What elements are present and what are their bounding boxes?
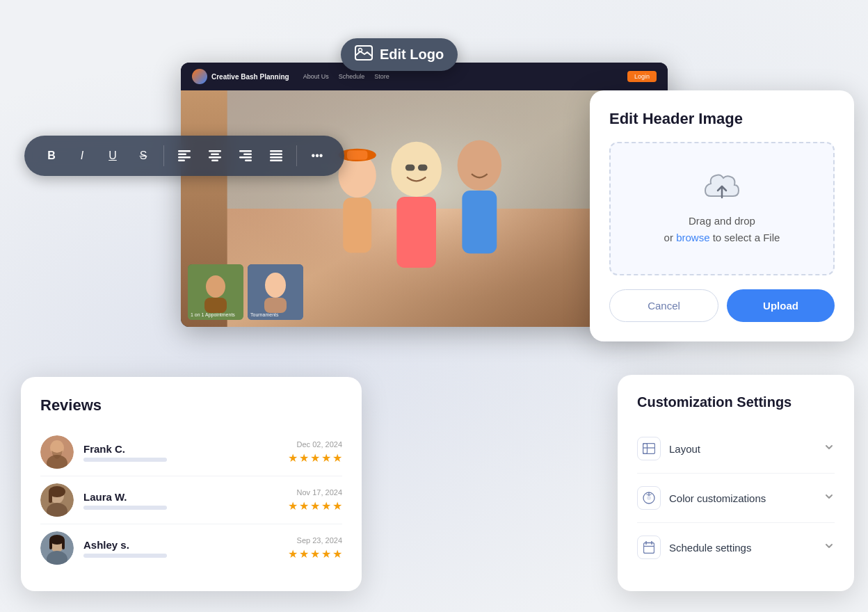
review-date: Dec 02, 2024 — [288, 440, 342, 449]
svg-rect-51 — [643, 444, 655, 454]
edit-header-modal: Edit Header Image Drag and drop or brows… — [590, 90, 854, 341]
svg-rect-44 — [49, 492, 52, 503]
svg-point-55 — [647, 496, 651, 500]
svg-point-5 — [458, 140, 501, 191]
svg-rect-36 — [270, 160, 282, 162]
review-right-ashley: Sep 23, 2024 ★ ★ ★ ★ ★ — [288, 536, 342, 561]
review-item-2: Laura W. Nov 17, 2024 ★ ★ ★ ★ ★ — [40, 476, 342, 524]
schedule-chevron — [823, 540, 835, 554]
svg-rect-50 — [62, 540, 65, 549]
svg-rect-4 — [396, 197, 436, 268]
svg-rect-6 — [462, 191, 497, 254]
star-2: ★ — [299, 451, 309, 465]
svg-point-14 — [206, 275, 225, 298]
svg-rect-9 — [405, 165, 415, 171]
svg-rect-52 — [643, 444, 648, 454]
review-date-3: Sep 23, 2024 — [288, 536, 342, 545]
review-date-2: Nov 17, 2024 — [288, 488, 342, 497]
nav-logo-icon — [192, 69, 207, 84]
avatar-frank — [40, 435, 74, 469]
reviewer-name-2: Laura W. — [83, 491, 278, 503]
layout-icon — [637, 437, 661, 460]
color-chevron — [823, 491, 835, 505]
nav-link-store: Store — [374, 73, 389, 80]
svg-rect-10 — [418, 165, 428, 171]
nav-link-schedule: Schedule — [339, 73, 365, 80]
nav-link-about: About Us — [303, 73, 329, 80]
svg-rect-34 — [270, 154, 282, 156]
svg-rect-35 — [270, 156, 282, 159]
italic-button[interactable]: I — [69, 143, 95, 169]
review-right-laura: Nov 17, 2024 ★ ★ ★ ★ ★ — [288, 488, 342, 513]
svg-rect-22 — [178, 154, 186, 156]
star-rating-2: ★ ★ ★ ★ ★ — [288, 499, 342, 513]
upload-drag-text: Drag and drop — [689, 215, 755, 227]
svg-rect-49 — [49, 540, 52, 549]
align-right-button[interactable] — [232, 143, 259, 169]
more-options-button[interactable]: ••• — [304, 143, 330, 169]
nav-login-button[interactable]: Login — [627, 71, 657, 82]
hero-thumbnails: 1 on 1 Appointments Tournaments — [188, 264, 303, 320]
reviews-title: Reviews — [40, 396, 342, 414]
text-formatting-toolbar: B I U S — [24, 136, 344, 176]
edit-logo-label: Edit Logo — [380, 47, 444, 63]
justify-button[interactable] — [263, 143, 289, 169]
svg-rect-29 — [239, 150, 252, 152]
nav-links: About Us Schedule Store — [303, 73, 613, 80]
modal-buttons: Cancel Upload — [609, 289, 835, 322]
settings-item-schedule[interactable]: Schedule settings — [637, 523, 835, 572]
toolbar-separator-2 — [296, 145, 297, 166]
edit-logo-tooltip[interactable]: Edit Logo — [341, 38, 458, 71]
upload-area[interactable]: Drag and drop or browse to select a File — [609, 142, 835, 275]
reviewer-bar-3 — [83, 554, 167, 558]
layout-label: Layout — [669, 443, 700, 455]
toolbar-separator-1 — [163, 145, 164, 166]
underline-button[interactable]: U — [99, 143, 126, 169]
svg-rect-32 — [245, 160, 252, 162]
svg-rect-23 — [178, 156, 191, 159]
reviews-panel: Reviews Frank C. Dec 02, 2024 ★ ★ ★ ★ ★ — [21, 377, 362, 591]
svg-rect-30 — [243, 154, 252, 156]
bold-button[interactable]: B — [38, 143, 65, 169]
svg-rect-21 — [178, 150, 191, 152]
reviewer-name: Frank C. — [83, 443, 278, 455]
reviewer-bar-2 — [83, 506, 167, 510]
reviewer-bar — [83, 458, 167, 462]
svg-rect-31 — [239, 156, 252, 159]
layout-chevron — [823, 442, 835, 456]
review-item-3: Ashley s. Sep 23, 2024 ★ ★ ★ ★ ★ — [40, 524, 342, 572]
upload-text: Drag and drop or browse to select a File — [664, 213, 780, 246]
svg-point-3 — [391, 142, 442, 197]
settings-item-color[interactable]: Color customizations — [637, 474, 835, 523]
upload-icon — [702, 171, 741, 204]
star-4: ★ — [321, 451, 331, 465]
thumb-appointments-label: 1 on 1 Appointments — [191, 312, 235, 317]
thumb-tournaments: Tournaments — [248, 264, 303, 320]
star-5: ★ — [332, 451, 342, 465]
browse-link[interactable]: browse — [676, 232, 709, 243]
color-label: Color customizations — [669, 492, 766, 504]
thumb-appointments: 1 on 1 Appointments — [188, 264, 243, 320]
avatar-laura — [40, 483, 74, 517]
review-info-laura: Laura W. — [83, 491, 278, 510]
reviewer-name-3: Ashley s. — [83, 539, 278, 551]
upload-or-text: or — [664, 232, 673, 243]
svg-rect-28 — [211, 160, 218, 162]
align-center-button[interactable] — [202, 143, 228, 169]
nav-logo-text: Creative Bash Planning — [211, 73, 289, 81]
svg-rect-12 — [347, 150, 367, 160]
strikethrough-button[interactable]: S — [130, 143, 156, 169]
svg-rect-33 — [270, 150, 282, 152]
schedule-label: Schedule settings — [669, 542, 751, 554]
star-3: ★ — [310, 451, 320, 465]
review-right-frank: Dec 02, 2024 ★ ★ ★ ★ ★ — [288, 440, 342, 465]
cancel-button[interactable]: Cancel — [609, 289, 718, 322]
svg-rect-24 — [178, 160, 185, 162]
settings-title: Customization Settings — [637, 394, 835, 410]
modal-title: Edit Header Image — [609, 110, 835, 128]
align-left-button[interactable] — [171, 143, 198, 169]
upload-button[interactable]: Upload — [727, 289, 835, 322]
svg-rect-8 — [343, 198, 371, 252]
settings-item-layout[interactable]: Layout — [637, 424, 835, 474]
svg-point-17 — [265, 273, 286, 298]
